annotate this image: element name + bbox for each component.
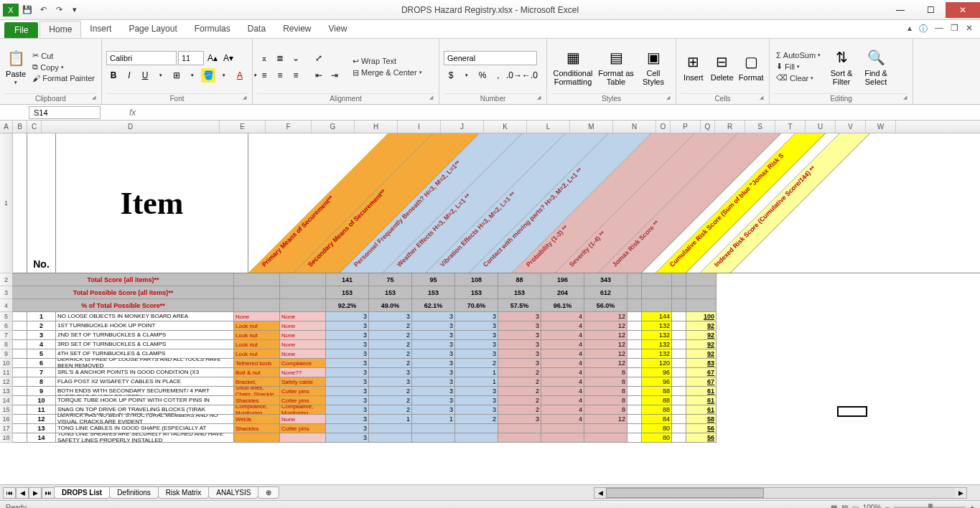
fill-button[interactable]: ⬇Fill▾ xyxy=(774,61,802,72)
increase-font-icon[interactable]: A▴ xyxy=(205,51,220,65)
column-header[interactable]: P xyxy=(671,121,701,133)
column-header[interactable]: M xyxy=(570,121,613,133)
column-header[interactable]: A xyxy=(0,121,13,133)
column-header[interactable]: I xyxy=(398,121,441,133)
column-header[interactable]: E xyxy=(220,121,266,133)
align-right-icon[interactable]: ≡ xyxy=(289,68,303,83)
font-color-button[interactable]: A xyxy=(233,68,247,83)
percent-icon[interactable]: % xyxy=(475,68,490,83)
font-name-input[interactable] xyxy=(106,51,177,65)
row-header[interactable]: 8 xyxy=(0,340,13,349)
fill-more-icon[interactable]: ▾ xyxy=(217,68,231,83)
ribbon-tab[interactable]: Page Layout xyxy=(120,21,185,38)
ribbon-tab[interactable]: Formulas xyxy=(186,21,239,38)
row-header[interactable]: 1 xyxy=(0,133,13,273)
column-header[interactable]: L xyxy=(527,121,570,133)
fx-icon[interactable]: fx xyxy=(129,108,136,118)
inc-decimal-icon[interactable]: .0→ xyxy=(507,68,521,83)
close-button[interactable]: ✕ xyxy=(946,2,980,18)
sort-filter-button[interactable]: ⇅Sort & Filter xyxy=(826,47,857,86)
decrease-font-icon[interactable]: A▾ xyxy=(221,51,235,65)
align-bottom-icon[interactable]: ⌄ xyxy=(289,51,303,65)
view-layout-icon[interactable]: ▤ xyxy=(841,504,848,508)
column-header[interactable]: V xyxy=(836,121,866,133)
dec-decimal-icon[interactable]: ←.0 xyxy=(523,68,537,83)
comma-icon[interactable]: , xyxy=(491,68,505,83)
row-header[interactable]: 6 xyxy=(0,321,13,331)
indent-dec-icon[interactable]: ⇤ xyxy=(312,68,326,83)
autosum-button[interactable]: ΣAutoSum▾ xyxy=(774,50,823,60)
cut-button[interactable]: ✂Cut xyxy=(30,50,55,61)
bold-button[interactable]: B xyxy=(106,68,121,83)
tab-nav-prev-icon[interactable]: ◀ xyxy=(16,487,29,499)
row-header[interactable]: 15 xyxy=(0,405,13,415)
sheet-tab[interactable]: Risk Matrix xyxy=(158,486,209,499)
underline-button[interactable]: U xyxy=(138,68,152,83)
row-header[interactable]: 14 xyxy=(0,396,13,405)
tab-nav-last-icon[interactable]: ⏭ xyxy=(42,487,55,499)
currency-icon[interactable]: $ xyxy=(444,68,458,83)
ribbon-minimize-icon[interactable]: ▴ xyxy=(907,23,912,35)
sheet-tab[interactable]: ANALYSIS xyxy=(208,486,258,499)
column-header[interactable]: Q xyxy=(701,121,715,133)
font-size-input[interactable] xyxy=(178,51,204,65)
ribbon-tab[interactable]: Review xyxy=(274,21,319,38)
align-left-icon[interactable]: ≡ xyxy=(257,68,271,83)
column-header[interactable]: T xyxy=(775,121,806,133)
cell-styles-button[interactable]: ▣Cell Styles xyxy=(638,47,669,86)
clear-button[interactable]: ⌫Clear▾ xyxy=(774,72,816,83)
column-header[interactable]: J xyxy=(441,121,484,133)
borders-more-icon[interactable]: ▾ xyxy=(185,68,200,83)
maximize-button[interactable]: ☐ xyxy=(915,2,946,18)
row-header[interactable]: 4 xyxy=(0,299,13,312)
orientation-icon[interactable]: ⤢ xyxy=(312,51,326,65)
row-header[interactable]: 16 xyxy=(0,415,13,424)
qat-save-icon[interactable]: 💾 xyxy=(20,4,34,17)
column-header[interactable]: U xyxy=(806,121,836,133)
format-cells-button[interactable]: ▢Format xyxy=(737,52,765,82)
row-header[interactable]: 7 xyxy=(0,331,13,340)
column-header[interactable]: H xyxy=(355,121,398,133)
ribbon-tab[interactable]: Home xyxy=(39,21,81,38)
row-header[interactable]: 12 xyxy=(0,377,13,387)
wb-minimize-icon[interactable]: — xyxy=(935,23,943,35)
align-top-icon[interactable]: ⌅ xyxy=(257,51,271,65)
file-tab[interactable]: File xyxy=(4,22,38,38)
column-header[interactable]: G xyxy=(312,121,355,133)
row-header[interactable]: 18 xyxy=(0,433,13,443)
fill-color-button[interactable]: 🪣 xyxy=(201,68,215,83)
tab-nav-first-icon[interactable]: ⏮ xyxy=(3,487,16,499)
row-header[interactable]: 10 xyxy=(0,359,13,368)
horizontal-scrollbar[interactable]: ◀▶ xyxy=(594,487,967,499)
ribbon-tab[interactable]: View xyxy=(320,21,356,38)
column-header[interactable]: O xyxy=(656,121,671,133)
format-as-table-button[interactable]: ▤Format as Table xyxy=(597,47,635,86)
column-header[interactable]: S xyxy=(745,121,775,133)
minimize-button[interactable]: — xyxy=(885,2,915,18)
column-header[interactable]: B xyxy=(13,121,27,133)
row-header[interactable]: 5 xyxy=(0,312,13,321)
sheet-tab[interactable]: DROPS List xyxy=(54,486,110,499)
qat-redo-icon[interactable]: ↷ xyxy=(52,4,66,17)
row-header[interactable]: 9 xyxy=(0,349,13,359)
indent-inc-icon[interactable]: ⇥ xyxy=(327,68,342,83)
column-header[interactable]: N xyxy=(613,121,656,133)
delete-cells-button[interactable]: ⊟Delete xyxy=(709,52,735,82)
column-header[interactable]: W xyxy=(866,121,896,133)
zoom-in-icon[interactable]: + xyxy=(970,504,974,508)
copy-button[interactable]: ⧉Copy▾ xyxy=(30,62,66,72)
column-header[interactable]: F xyxy=(266,121,312,133)
name-box[interactable]: S14 xyxy=(29,106,101,119)
underline-more-icon[interactable]: ▾ xyxy=(154,68,168,83)
wb-close-icon[interactable]: ✕ xyxy=(966,23,973,35)
ribbon-tab[interactable]: Data xyxy=(239,21,274,38)
qat-undo-icon[interactable]: ↶ xyxy=(36,4,50,17)
italic-button[interactable]: I xyxy=(122,68,136,83)
column-header[interactable]: K xyxy=(484,121,527,133)
wb-restore-icon[interactable]: ❐ xyxy=(951,23,958,35)
column-header[interactable]: R xyxy=(715,121,745,133)
conditional-formatting-button[interactable]: ▦Conditional Formatting xyxy=(551,47,594,86)
paste-button[interactable]: 📋Paste▾ xyxy=(4,48,27,85)
tab-nav-next-icon[interactable]: ▶ xyxy=(29,487,42,499)
ribbon-tab[interactable]: Insert xyxy=(81,21,120,38)
